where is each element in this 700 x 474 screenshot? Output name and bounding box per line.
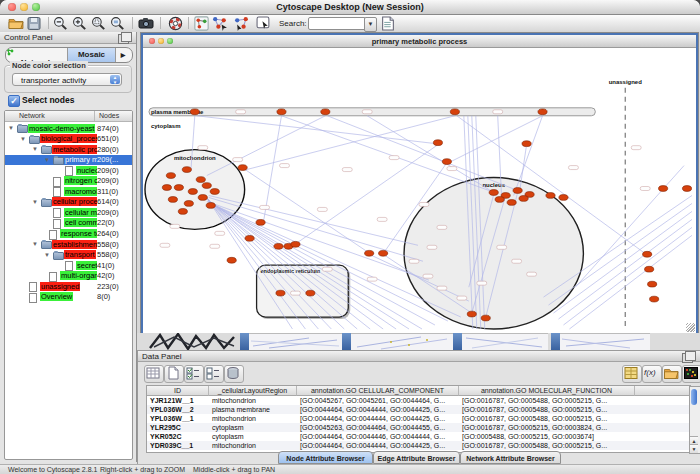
table-row[interactable]: YPL036W__2plasma membrane[GO:0044464, GO… bbox=[147, 405, 690, 414]
tree-row[interactable]: Overview8(0) bbox=[5, 292, 132, 302]
expand-arrow-icon[interactable]: ▼ bbox=[44, 156, 50, 164]
attribute-matrix-icon[interactable] bbox=[682, 365, 700, 383]
open-file-icon[interactable] bbox=[8, 16, 24, 31]
expand-arrow-icon[interactable]: ▼ bbox=[44, 251, 50, 259]
network-node[interactable] bbox=[538, 109, 547, 115]
network-node[interactable] bbox=[559, 195, 568, 201]
tree-row[interactable]: secretion41(0) bbox=[5, 260, 132, 270]
network-node[interactable] bbox=[379, 250, 388, 256]
unselect-attributes-icon[interactable] bbox=[204, 365, 224, 383]
network-node[interactable] bbox=[648, 281, 657, 287]
snapshot-camera-icon[interactable] bbox=[138, 16, 154, 31]
search-run-icon[interactable] bbox=[381, 16, 397, 31]
background-window-fragment[interactable] bbox=[351, 333, 453, 350]
tree-row[interactable]: ▼metabolic process280(0) bbox=[5, 144, 132, 154]
network-node[interactable] bbox=[166, 173, 175, 179]
network-edit-icon[interactable] bbox=[212, 16, 228, 31]
network-node[interactable] bbox=[245, 235, 254, 241]
network-node[interactable] bbox=[202, 183, 211, 189]
table-scrollbar[interactable]: ▲ ▼ bbox=[689, 386, 700, 454]
tab-network[interactable]: Network bbox=[6, 48, 68, 62]
network-node[interactable] bbox=[188, 189, 197, 195]
network-node[interactable] bbox=[306, 290, 315, 296]
tree-row[interactable]: cellular metabol209(0) bbox=[5, 207, 132, 217]
network-node[interactable] bbox=[190, 109, 199, 115]
expand-arrow-icon[interactable]: ▼ bbox=[8, 124, 14, 132]
network-node[interactable] bbox=[481, 315, 490, 321]
network-node[interactable] bbox=[489, 190, 498, 196]
network-node[interactable] bbox=[162, 185, 171, 191]
search-input[interactable] bbox=[308, 17, 366, 30]
network-node[interactable] bbox=[276, 290, 285, 296]
tree-col-network[interactable]: Network bbox=[19, 112, 45, 119]
help-ring-icon[interactable] bbox=[168, 16, 184, 31]
network-node[interactable] bbox=[645, 266, 654, 272]
table-column-header[interactable]: annotation.GO CELLULAR_COMPONENT bbox=[297, 386, 459, 396]
tab-mosaic[interactable]: Mosaic bbox=[68, 48, 116, 62]
new-attribute-icon[interactable] bbox=[164, 365, 184, 383]
network-node[interactable] bbox=[291, 241, 300, 247]
annotation-select-icon[interactable] bbox=[256, 16, 272, 31]
table-row[interactable]: YLR295Ccytoplasm[GO:0045263, GO:0044464,… bbox=[147, 423, 690, 432]
background-window-edge[interactable] bbox=[342, 333, 351, 350]
network-node[interactable] bbox=[198, 195, 207, 201]
tree-row[interactable]: ▼transport558(0) bbox=[5, 250, 132, 260]
tree-col-nodes[interactable]: Nodes bbox=[99, 112, 119, 119]
tree-row[interactable]: cell communicat22(0) bbox=[5, 218, 132, 228]
network-node[interactable] bbox=[507, 200, 516, 206]
network-node[interactable] bbox=[174, 185, 183, 191]
network-node[interactable] bbox=[365, 250, 374, 256]
network-node[interactable] bbox=[206, 203, 215, 209]
tree-row[interactable]: ▼cellular process614(0) bbox=[5, 197, 132, 207]
network-node[interactable] bbox=[442, 159, 451, 165]
table-row[interactable]: YKR052Ccytoplasm[GO:0044464, GO:0044446,… bbox=[147, 432, 690, 441]
float-panel-icon[interactable] bbox=[118, 34, 129, 44]
tree-row[interactable]: macromolecule311(0) bbox=[5, 186, 132, 196]
background-window-fragment[interactable] bbox=[560, 333, 650, 350]
network-node[interactable] bbox=[659, 186, 668, 192]
tree-row[interactable]: nitrogen compo209(0) bbox=[5, 176, 132, 186]
background-window-fragment[interactable] bbox=[249, 333, 343, 350]
label-table-icon[interactable] bbox=[622, 365, 642, 383]
float-data-panel-icon[interactable] bbox=[682, 353, 693, 363]
network-node[interactable] bbox=[546, 193, 555, 199]
search-dropdown-arrow-icon[interactable]: ▼ bbox=[364, 17, 377, 32]
table-column-header[interactable]: _cellularLayoutRegion bbox=[209, 386, 297, 396]
tree-row[interactable]: response to stimul264(0) bbox=[5, 229, 132, 239]
tree-row[interactable]: ▼establishment of lo558(0) bbox=[5, 239, 132, 249]
network-node[interactable] bbox=[650, 296, 659, 302]
zoom-selected-icon[interactable] bbox=[91, 16, 107, 31]
save-icon[interactable] bbox=[27, 16, 43, 31]
delete-attribute-icon[interactable] bbox=[224, 365, 244, 383]
expand-arrow-icon[interactable]: ▼ bbox=[32, 198, 38, 206]
tree-row[interactable]: ▼primary metabo209(... bbox=[5, 155, 132, 165]
network-node[interactable] bbox=[450, 109, 459, 115]
select-nodes-checkbox[interactable]: ✓ bbox=[8, 95, 20, 107]
background-network-thumbnail[interactable] bbox=[148, 333, 238, 350]
network-node[interactable] bbox=[519, 196, 528, 202]
zoom-in-icon[interactable] bbox=[72, 16, 88, 31]
network-node[interactable] bbox=[227, 257, 236, 263]
network-node[interactable] bbox=[178, 209, 187, 215]
expand-arrow-icon[interactable]: ▼ bbox=[32, 240, 38, 248]
network-node[interactable] bbox=[210, 189, 219, 195]
tree-row[interactable]: nucleobase-209(0) bbox=[5, 165, 132, 175]
tab-overflow-arrow-icon[interactable]: ▶ bbox=[116, 48, 130, 62]
network-node[interactable] bbox=[184, 201, 193, 207]
network-node[interactable] bbox=[467, 311, 476, 317]
zoom-out-icon[interactable] bbox=[53, 16, 69, 31]
network-node[interactable] bbox=[196, 177, 205, 183]
network-node[interactable] bbox=[277, 109, 286, 115]
network-view-icon[interactable] bbox=[194, 16, 210, 31]
network-node[interactable] bbox=[643, 251, 652, 257]
table-row[interactable]: YPL036W__1mitochondrion[GO:0044464, GO:0… bbox=[147, 414, 690, 423]
expand-arrow-icon[interactable]: ▼ bbox=[20, 135, 26, 143]
scrollbar-thumb[interactable] bbox=[691, 389, 697, 405]
network-node[interactable] bbox=[433, 140, 442, 146]
tree-row[interactable]: multi-organism pro42(0) bbox=[5, 271, 132, 281]
network-node[interactable] bbox=[495, 197, 504, 203]
tab-edge-attribute-browser[interactable]: Edge Attribute Browser bbox=[373, 451, 460, 464]
background-window-edge[interactable] bbox=[240, 333, 249, 350]
tree-row[interactable]: ▼biological_process651(0) bbox=[5, 134, 132, 144]
select-attributes-icon[interactable] bbox=[184, 365, 204, 383]
